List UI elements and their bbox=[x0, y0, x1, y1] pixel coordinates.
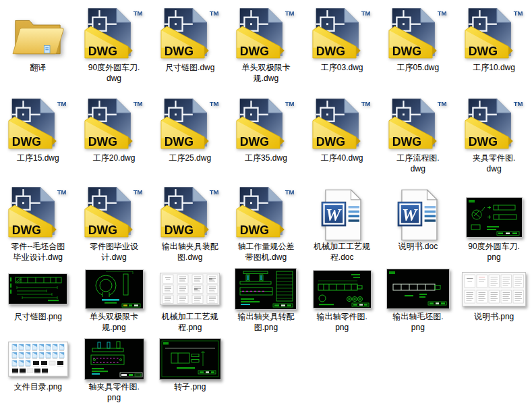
dwg-file-icon: DWG TM bbox=[235, 98, 296, 153]
file-row: DWG TM 工序15.dwg DWG TM 工序20.dwg bbox=[0, 90, 532, 179]
file-grid: 翻译 DWG TM 90度外圆车刀. dwg bbox=[0, 0, 532, 404]
file-name-label: 零件图毕业设 计.dwg bbox=[90, 242, 138, 263]
file-name-label: 机械加工工艺规 程.doc bbox=[314, 242, 370, 263]
file-name-label: 转子.png bbox=[174, 382, 206, 393]
file-item[interactable]: 90度外圆车刀. png bbox=[456, 179, 532, 267]
file-item[interactable]: DWG TM 夹具零件图. dwg bbox=[456, 90, 532, 179]
file-name-label: 翻译 bbox=[30, 63, 46, 74]
dwg-file-icon: DWG TM bbox=[235, 7, 296, 62]
trademark-label: TM bbox=[209, 100, 218, 107]
dwg-box: DWG TM bbox=[7, 179, 68, 241]
t_blank-box bbox=[386, 267, 450, 311]
t_shaft-box bbox=[313, 267, 372, 311]
file-item[interactable]: W 说明书.doc bbox=[380, 179, 456, 267]
file-item[interactable]: 输出轴零件图. png bbox=[304, 267, 380, 337]
file-name-label: 单头双极限卡 规.png bbox=[90, 312, 138, 333]
dwg-box: DWG TM bbox=[312, 90, 372, 153]
dwg-file-icon: DWG TM bbox=[160, 186, 220, 241]
trademark-label: TM bbox=[438, 100, 447, 107]
file-item[interactable]: DWG TM 零件图毕业设 计.dwg bbox=[76, 179, 152, 267]
dwg-box: DWG TM bbox=[464, 0, 525, 62]
dwg-file-icon: DWG TM bbox=[388, 98, 448, 153]
trademark-label: TM bbox=[361, 9, 371, 17]
file-item[interactable]: DWG TM 工序流程图. dwg bbox=[380, 90, 456, 179]
file-item[interactable]: DWG TM 90度外圆车刀. dwg bbox=[76, 0, 152, 90]
file-item[interactable]: DWG TM 工序15.dwg bbox=[0, 90, 76, 179]
dwg-file-icon: DWG TM bbox=[84, 7, 144, 62]
file-item[interactable]: DWG TM 工序10.dwg bbox=[456, 0, 532, 90]
file-item[interactable]: DWG TM 工序40.dwg bbox=[304, 90, 380, 179]
file-item[interactable]: DWG TM 工序20.dwg bbox=[76, 90, 152, 179]
file-item[interactable]: 文件目录.png bbox=[0, 337, 76, 404]
file-row: 翻译 DWG TM 90度外圆车刀. dwg bbox=[0, 0, 532, 90]
dwg-box: DWG TM bbox=[235, 0, 296, 62]
folder-box bbox=[11, 0, 65, 62]
t_cutter-box bbox=[466, 179, 523, 241]
file-item[interactable]: DWG TM 工序35.dwg bbox=[228, 90, 304, 179]
file-item[interactable]: DWG TM 零件--毛坯合图 毕业设计.dwg bbox=[0, 179, 76, 267]
file-name-label: 输出轴夹具装配 图.dwg bbox=[162, 242, 218, 263]
file-item[interactable]: DWG TM 输出轴夹具装配 图.dwg bbox=[152, 179, 228, 267]
dwg-file-icon: DWG TM bbox=[7, 98, 68, 153]
trademark-label: TM bbox=[209, 9, 218, 17]
dwg-badge: DWG bbox=[164, 223, 193, 237]
file-item[interactable]: 翻译 bbox=[0, 0, 76, 90]
file-item[interactable]: 说明书.png bbox=[456, 267, 532, 337]
file-catalog-thumbnail bbox=[8, 342, 68, 377]
file-item[interactable]: 输出轴毛坯图. png bbox=[380, 267, 456, 337]
trademark-label: TM bbox=[513, 100, 523, 107]
dwg-box: DWG TM bbox=[160, 179, 220, 241]
trademark-label: TM bbox=[134, 100, 143, 107]
file-row: 文件目录.png bbox=[0, 337, 532, 404]
dwg-box: DWG TM bbox=[388, 0, 448, 62]
file-item[interactable]: DWG TM 工序25.dwg bbox=[152, 90, 228, 179]
folder-icon bbox=[11, 14, 65, 62]
dwg-box: DWG TM bbox=[7, 90, 68, 153]
dwg-file-icon: DWG TM bbox=[388, 7, 448, 62]
file-name-label: 工序40.dwg bbox=[321, 153, 363, 164]
cad-cutter-thumbnail bbox=[466, 197, 523, 238]
word-w-badge: W bbox=[326, 206, 342, 224]
dwg-file-icon: DWG TM bbox=[160, 7, 220, 62]
file-item[interactable]: 尺寸链图.png bbox=[0, 267, 76, 337]
dwg-box: DWG TM bbox=[464, 90, 525, 153]
file-name-label: 工序流程图. dwg bbox=[396, 153, 439, 174]
file-name-label: 零件--毛坯合图 毕业设计.dwg bbox=[11, 242, 65, 263]
file-name-label: 输出轴零件图. png bbox=[316, 312, 367, 333]
file-item[interactable]: W 机械加工工艺规 程.doc bbox=[304, 179, 380, 267]
trademark-label: TM bbox=[57, 188, 67, 196]
file-name-label: 90度外圆车刀. png bbox=[468, 242, 520, 263]
file-item[interactable]: DWG TM 轴工作量规公差 带图机.dwg bbox=[228, 179, 304, 267]
dwg-file-icon: DWG TM bbox=[84, 98, 144, 153]
file-name-label: 机械加工工艺规 程.png bbox=[162, 312, 218, 333]
trademark-label: TM bbox=[285, 100, 295, 107]
file-item[interactable]: 输出轴夹具转配 图.png bbox=[228, 267, 304, 337]
file-item[interactable]: DWG TM 单头双极限卡 规.dwg bbox=[228, 0, 304, 90]
file-name-label: 说明书.doc bbox=[398, 242, 438, 252]
file-item[interactable]: 转子.png bbox=[152, 337, 228, 404]
trademark-label: TM bbox=[134, 188, 143, 196]
dwg-badge: DWG bbox=[392, 45, 421, 58]
file-item[interactable]: DWG TM 工序03.dwg bbox=[304, 0, 380, 90]
word-file-icon: W bbox=[396, 189, 440, 241]
file-item[interactable]: DWG TM 尺寸链图.dwg bbox=[152, 0, 228, 90]
dwg-box: DWG TM bbox=[312, 0, 372, 62]
file-item[interactable]: 单头双极限卡 规.png bbox=[76, 267, 152, 337]
t_proc-box bbox=[160, 267, 220, 311]
trademark-label: TM bbox=[438, 9, 447, 17]
file-item[interactable]: 机械加工工艺规 程.png bbox=[152, 267, 228, 337]
dwg-badge: DWG bbox=[88, 223, 117, 237]
cad-blank-thumbnail bbox=[386, 269, 450, 309]
file-item[interactable]: 轴夹具零件图. png bbox=[76, 337, 152, 404]
file-name-label: 90度外圆车刀. dwg bbox=[88, 63, 140, 84]
dwg-box: DWG TM bbox=[84, 90, 144, 153]
dwg-badge: DWG bbox=[240, 135, 269, 148]
file-item[interactable]: DWG TM 工序05.dwg bbox=[380, 0, 456, 90]
file-name-label: 说明书.png bbox=[474, 312, 514, 323]
document-pages-grid-thumbnail bbox=[160, 273, 220, 305]
dwg-file-icon: DWG TM bbox=[7, 186, 68, 241]
trademark-label: TM bbox=[209, 188, 218, 196]
file-name-label: 工序10.dwg bbox=[473, 63, 515, 74]
dwg-badge: DWG bbox=[12, 135, 41, 148]
dwg-badge: DWG bbox=[12, 223, 41, 237]
